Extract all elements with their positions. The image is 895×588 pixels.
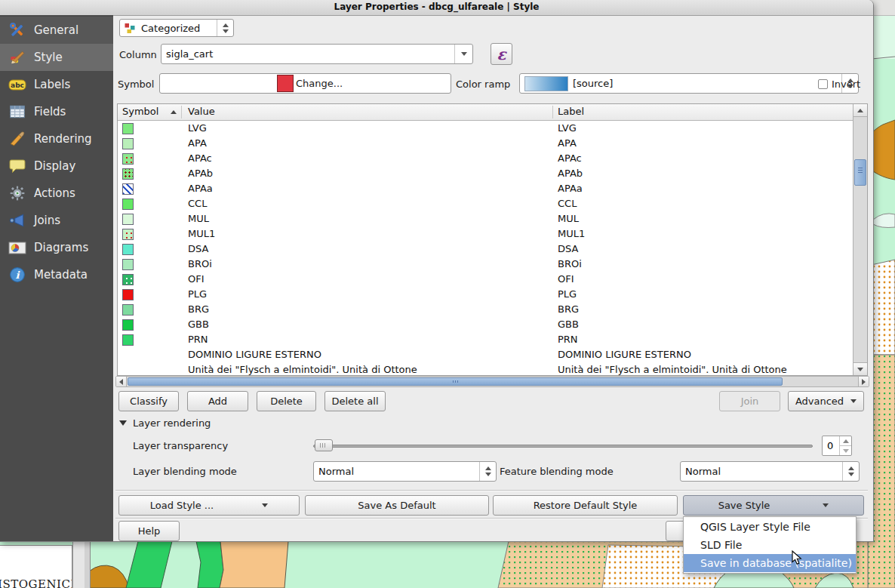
restore-default-style-button[interactable]: Restore Default Style	[493, 495, 678, 516]
sidebar-item-rendering[interactable]: Rendering	[0, 125, 113, 152]
table-row[interactable]: APAAPA	[118, 137, 853, 152]
invert-label: Invert	[832, 79, 860, 90]
category-value: LVG	[188, 122, 207, 134]
sidebar-item-label: Diagrams	[34, 241, 88, 254]
category-symbol-swatch	[122, 259, 134, 270]
scroll-down-icon[interactable]	[853, 362, 867, 375]
transparency-slider[interactable]	[313, 445, 813, 448]
color-ramp-select[interactable]: [source]	[519, 73, 859, 94]
menu-item[interactable]: SLD File	[684, 536, 856, 554]
column-header-label[interactable]: Label	[558, 106, 584, 117]
scroll-up-icon[interactable]	[853, 104, 867, 117]
brush-icon	[8, 130, 26, 148]
vertical-scrollbar[interactable]	[853, 104, 867, 375]
symbol-label: Symbol	[118, 79, 154, 90]
help-button[interactable]: Help	[118, 521, 180, 541]
category-label: APAa	[558, 183, 583, 194]
table-row[interactable]: MULMUL	[118, 212, 853, 227]
scroll-right-icon[interactable]	[858, 377, 869, 386]
category-label: LVG	[558, 122, 577, 134]
sidebar-item-display[interactable]: Display	[0, 152, 113, 180]
table-row[interactable]: OFIOFI	[118, 272, 853, 288]
sidebar-item-actions[interactable]: Actions	[0, 180, 113, 207]
table-row[interactable]: DOMINIO LIGURE ESTERNODOMINIO LIGURE EST…	[118, 348, 853, 363]
table-row[interactable]: PRNPRN	[118, 333, 853, 348]
category-label: MUL	[558, 213, 579, 224]
menu-item[interactable]: Save in database (spatialite)	[684, 554, 856, 572]
table-row[interactable]: MUL1MUL1	[118, 227, 853, 242]
renderer-type-select[interactable]: Categorized	[119, 19, 234, 37]
sidebar-item-labels[interactable]: abcLabels	[0, 71, 113, 98]
spin-up-icon[interactable]	[840, 436, 851, 446]
feature-blending-select[interactable]: Normal	[680, 461, 860, 482]
layer-blending-select[interactable]: Normal	[313, 461, 497, 482]
sidebar-item-fields[interactable]: Fields	[0, 98, 113, 125]
categories-table: Symbol Value Label LVGLVGAPAAPAAPAcAPAcA…	[117, 103, 868, 376]
chevron-down-icon	[823, 503, 829, 507]
table-rows: LVGLVGAPAAPAAPAcAPAcAPAbAPAbAPAaAPAaCCLC…	[118, 120, 853, 375]
table-row[interactable]: APAaAPAa	[118, 182, 853, 197]
table-row[interactable]: LVGLVG	[118, 122, 853, 137]
sidebar-item-diagrams[interactable]: Diagrams	[0, 234, 113, 261]
speech-bubble-icon	[8, 157, 26, 175]
table-row[interactable]: BRGBRG	[118, 303, 853, 318]
column-header-value[interactable]: Value	[188, 106, 215, 117]
layer-properties-dialog: Layer Properties - dbcg_ulfareale | Styl…	[0, 0, 874, 542]
sidebar-item-general[interactable]: General	[0, 17, 113, 44]
table-row[interactable]: GBBGBB	[118, 318, 853, 333]
delete-button[interactable]: Delete	[257, 391, 316, 411]
transparency-spinbox[interactable]: 0	[822, 436, 852, 456]
collapse-triangle-icon[interactable]	[119, 420, 127, 426]
horizontal-scrollbar-thumb[interactable]	[128, 377, 783, 386]
category-label: Unità dei "Flysch a elmintoidi". Unità d…	[558, 364, 787, 375]
mouse-cursor	[792, 550, 803, 565]
delete-all-button[interactable]: Delete all	[324, 391, 386, 411]
column-header-symbol[interactable]: Symbol	[122, 106, 158, 117]
abc-tag-icon: abc	[8, 75, 26, 94]
column-combobox[interactable]: sigla_cart	[161, 44, 473, 64]
expression-builder-button[interactable]: ε	[491, 43, 512, 65]
classify-button[interactable]: Classify	[118, 391, 179, 411]
legend-scrollbar[interactable]	[72, 541, 91, 588]
category-value: APAb	[188, 168, 213, 179]
renderer-type-value: Categorized	[141, 23, 200, 34]
chevron-down-icon[interactable]	[454, 45, 472, 63]
advanced-button[interactable]: Advanced	[788, 391, 864, 411]
category-label: MUL1	[558, 228, 585, 239]
table-row[interactable]: PLGPLG	[118, 288, 853, 303]
sidebar-item-label: Style	[34, 51, 63, 64]
dialog-title: Layer Properties - dbcg_ulfareale | Styl…	[334, 2, 540, 12]
menu-item[interactable]: QGIS Layer Style File	[684, 518, 856, 536]
chevron-down-icon	[262, 503, 268, 507]
table-header[interactable]: Symbol Value Label	[118, 104, 867, 121]
invert-checkbox[interactable]	[818, 79, 828, 89]
spin-down-icon[interactable]	[840, 446, 851, 455]
category-value: BRG	[188, 303, 209, 315]
category-symbol-swatch	[122, 183, 134, 195]
table-row[interactable]: BROiBROi	[118, 257, 853, 272]
category-symbol-swatch	[122, 274, 134, 285]
sidebar-item-joins[interactable]: Joins	[0, 207, 113, 234]
vertical-scrollbar-thumb[interactable]	[854, 159, 866, 186]
add-button[interactable]: Add	[187, 391, 248, 411]
save-style-button[interactable]: Save Style	[683, 495, 864, 516]
save-as-default-button[interactable]: Save As Default	[305, 495, 489, 516]
sidebar-item-label: Rendering	[34, 132, 92, 146]
renderer-spinner[interactable]	[217, 20, 233, 36]
table-row[interactable]: APAbAPAb	[118, 167, 853, 182]
dialog-titlebar[interactable]: Layer Properties - dbcg_ulfareale | Styl…	[0, 0, 873, 16]
sidebar-item-metadata[interactable]: iMetadata	[0, 261, 113, 288]
table-row[interactable]: CCLCCL	[118, 197, 853, 212]
category-value: GBB	[188, 319, 209, 330]
color-ramp-gradient-swatch	[524, 76, 568, 91]
column-label: Column	[119, 49, 157, 60]
scroll-left-icon[interactable]	[116, 377, 127, 386]
table-row[interactable]: APAcAPAc	[118, 152, 853, 167]
sidebar-item-style[interactable]: Style	[0, 44, 113, 71]
symbol-change-button[interactable]: Change...	[159, 73, 451, 94]
table-row[interactable]: DSADSA	[118, 242, 853, 257]
table-row[interactable]: Unità dei "Flysch a elmintoidi". Unità d…	[118, 363, 853, 375]
horizontal-scrollbar[interactable]	[115, 376, 869, 387]
load-style-button[interactable]: Load Style ...	[118, 495, 300, 516]
transparency-slider-handle[interactable]	[315, 439, 333, 451]
